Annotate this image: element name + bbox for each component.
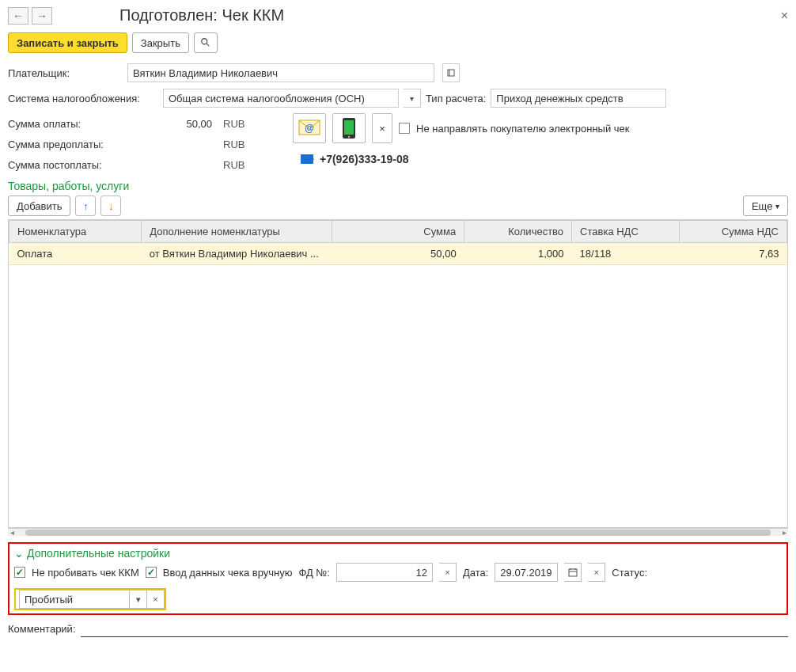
tax-system-value: Общая система налогообложения (ОСН) [169, 93, 365, 104]
tax-system-label: Система налогообложения: [8, 93, 158, 104]
window-close-button[interactable]: × [781, 9, 788, 23]
payer-value: Вяткин Владимир Николаевич [133, 67, 278, 79]
status-highlight: Пробитый ▾ × [14, 588, 166, 610]
chevron-down-icon [14, 547, 24, 560]
horizontal-scrollbar[interactable]: ◂ ▸ [8, 528, 788, 536]
svg-point-8 [348, 136, 350, 138]
date-picker-button[interactable] [564, 563, 582, 582]
no-send-label: Не направлять покупателю электронный чек [416, 123, 630, 135]
sum-postpay-currency: RUB [223, 159, 255, 171]
sms-indicator-icon [301, 154, 313, 164]
fd-number-input[interactable]: 12 [336, 563, 433, 582]
date-clear-button[interactable]: × [588, 563, 605, 582]
col-vatsum[interactable]: Сумма НДС [680, 221, 787, 243]
nav-back-button[interactable]: ← [8, 7, 28, 25]
sum-pay-label: Сумма оплаты: [8, 118, 135, 130]
goods-table[interactable]: Номенклатура Дополнение номенклатуры Сум… [8, 219, 788, 528]
date-value: 29.07.2019 [495, 567, 557, 579]
close-button[interactable]: Закрыть [132, 32, 189, 53]
payer-label: Плательщик: [8, 67, 123, 79]
nav-forward-button[interactable]: → [32, 7, 52, 25]
fd-clear-button[interactable]: × [439, 563, 457, 582]
tax-system-dropdown-button[interactable]: ▾ [404, 89, 421, 108]
fd-number-label: ФД №: [298, 567, 329, 579]
more-label: Еще [752, 200, 772, 212]
sms-delivery-button[interactable] [332, 113, 366, 143]
cell-vat[interactable]: 18/118 [572, 243, 680, 265]
sum-postpay-label: Сумма постоплаты: [8, 159, 135, 171]
svg-line-1 [207, 44, 210, 47]
calc-type-value: Приход денежных средств [496, 93, 623, 104]
phone-icon [341, 117, 357, 139]
svg-text:@: @ [305, 123, 314, 134]
page-title: Подготовлен: Чек ККМ [119, 6, 284, 25]
no-punch-checkbox[interactable] [14, 567, 25, 578]
email-delivery-button[interactable]: @ [293, 113, 326, 143]
clear-delivery-button[interactable]: × [372, 113, 392, 143]
chevron-down-icon: ▾ [775, 202, 779, 211]
comment-label: Комментарий: [8, 623, 76, 635]
table-row[interactable]: Оплата от Вяткин Владимир Николаевич ...… [9, 243, 787, 265]
manual-input-checkbox[interactable] [146, 567, 157, 578]
status-dropdown-button[interactable]: ▾ [130, 590, 147, 609]
comment-input[interactable] [81, 620, 789, 637]
cell-vsum[interactable]: 7,63 [680, 243, 787, 265]
col-addition[interactable]: Дополнение номенклатуры [142, 221, 332, 243]
move-down-button[interactable]: ↓ [100, 196, 121, 216]
tax-system-input[interactable]: Общая система налогообложения (ОСН) [163, 89, 399, 108]
manual-input-label: Ввод данных чека вручную [163, 567, 293, 579]
email-icon: @ [298, 120, 320, 137]
goods-tab[interactable]: Товары, работы, услуги [8, 180, 788, 192]
fd-number-value: 12 [337, 567, 432, 579]
calc-type-input[interactable]: Приход денежных средств [491, 89, 666, 108]
cell-sum[interactable]: 50,00 [332, 243, 464, 265]
arrow-down-icon: ↓ [108, 200, 114, 212]
open-icon [447, 69, 455, 77]
date-input[interactable]: 29.07.2019 [495, 563, 558, 582]
scroll-left-icon: ◂ [8, 528, 16, 537]
status-label: Статус: [612, 567, 647, 579]
more-menu-button[interactable]: Еще ▾ [743, 196, 788, 216]
preview-button[interactable] [194, 32, 218, 53]
save-and-close-button[interactable]: Записать и закрыть [8, 32, 127, 53]
svg-rect-2 [448, 70, 454, 76]
sum-prepay-label: Сумма предоплаты: [8, 139, 135, 150]
arrow-up-icon: ↑ [83, 200, 89, 212]
svg-rect-7 [344, 120, 354, 135]
sum-pay-currency: RUB [223, 118, 255, 130]
cell-dop[interactable]: от Вяткин Владимир Николаевич ... [142, 243, 332, 265]
status-clear-button[interactable]: × [147, 590, 165, 609]
no-punch-label: Не пробивать чек ККМ [32, 567, 139, 579]
payer-open-button[interactable] [442, 63, 460, 82]
status-input[interactable]: Пробитый [19, 590, 130, 609]
scrollbar-thumb[interactable] [25, 530, 771, 536]
sum-prepay-currency: RUB [223, 139, 255, 150]
cell-nom[interactable]: Оплата [9, 243, 142, 265]
calc-type-label: Тип расчета: [426, 93, 486, 104]
col-sum[interactable]: Сумма [332, 221, 464, 243]
additional-settings-panel: Дополнительные настройки Не пробивать че… [8, 542, 788, 615]
add-row-button[interactable]: Добавить [8, 196, 70, 216]
magnifier-document-icon [200, 37, 211, 48]
date-label: Дата: [463, 567, 488, 579]
sum-pay-value: 50,00 [139, 118, 218, 130]
col-vat[interactable]: Ставка НДС [572, 221, 680, 243]
svg-rect-9 [569, 569, 577, 576]
payer-input[interactable]: Вяткин Владимир Николаевич [127, 63, 434, 82]
cell-qty[interactable]: 1,000 [464, 243, 572, 265]
col-nomenclature[interactable]: Номенклатура [9, 221, 142, 243]
phone-number: +7(926)333-19-08 [320, 153, 408, 165]
svg-point-0 [202, 39, 207, 44]
move-up-button[interactable]: ↑ [75, 196, 96, 216]
no-send-checkbox[interactable] [399, 123, 410, 134]
additional-settings-toggle[interactable]: Дополнительные настройки [14, 547, 782, 560]
col-qty[interactable]: Количество [464, 221, 572, 243]
calendar-icon [568, 568, 578, 577]
status-value: Пробитый [25, 594, 73, 606]
scroll-right-icon: ▸ [780, 528, 788, 537]
additional-settings-title: Дополнительные настройки [27, 547, 170, 560]
